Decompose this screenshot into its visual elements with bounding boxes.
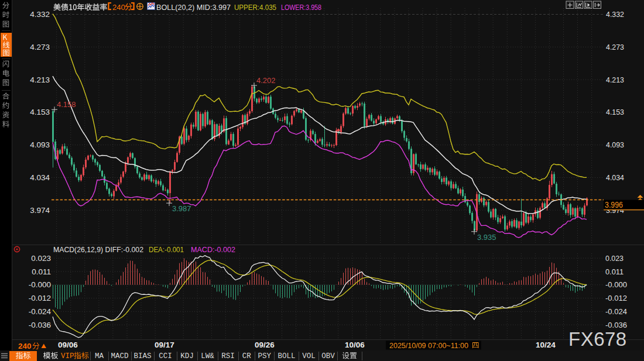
svg-text:0.011: 0.011: [32, 267, 51, 276]
svg-text:0.023: 0.023: [605, 254, 624, 263]
svg-text:3.935: 3.935: [477, 233, 496, 242]
svg-text:10/24: 10/24: [536, 341, 556, 349]
svg-text:4.093: 4.093: [606, 140, 624, 149]
svg-text:4.332: 4.332: [30, 10, 50, 19]
svg-text:4.213: 4.213: [30, 75, 50, 84]
svg-text:4.273: 4.273: [606, 43, 624, 51]
svg-text:BOLL: BOLL: [278, 352, 295, 360]
svg-text:-0.012: -0.012: [605, 294, 627, 302]
svg-text:MACD:-0.002: MACD:-0.002: [191, 245, 235, 254]
svg-text:2025/10/09 07:00~11:00: 2025/10/09 07:00~11:00: [389, 342, 468, 350]
svg-text:4.213: 4.213: [606, 75, 624, 84]
svg-text:3.996: 3.996: [605, 200, 623, 209]
svg-text:4.153: 4.153: [606, 108, 624, 116]
svg-text:FX678: FX678: [568, 328, 627, 350]
svg-text:UPPER:4.035: UPPER:4.035: [234, 3, 276, 12]
svg-text:10/06: 10/06: [345, 341, 365, 349]
svg-text:MACD: MACD: [111, 352, 128, 360]
svg-text:4.332: 4.332: [606, 10, 624, 19]
svg-text:3.974: 3.974: [30, 206, 50, 215]
svg-text:PSY: PSY: [258, 352, 272, 360]
svg-text:240: 240: [18, 342, 32, 350]
svg-text:09/06: 09/06: [58, 341, 78, 349]
svg-text:4.273: 4.273: [30, 43, 50, 51]
svg-text:4.202: 4.202: [256, 76, 276, 85]
svg-text:CR: CR: [242, 352, 252, 360]
svg-text:MACD(26,12,9) DIFF:-0.002: MACD(26,12,9) DIFF:-0.002: [53, 245, 143, 254]
svg-text:MA: MA: [95, 352, 104, 360]
svg-text:RSI: RSI: [221, 352, 235, 360]
svg-text:3.987: 3.987: [172, 204, 191, 213]
svg-text:-0.012: -0.012: [29, 294, 51, 302]
svg-text:OBV: OBV: [321, 352, 335, 360]
svg-text:KDJ: KDJ: [180, 352, 194, 360]
svg-text:4.158: 4.158: [57, 100, 76, 109]
svg-text:4.034: 4.034: [30, 173, 50, 182]
svg-text:09/17: 09/17: [155, 341, 174, 349]
svg-text:BOLL(20,2) MID:3.997: BOLL(20,2) MID:3.997: [156, 3, 231, 12]
svg-text:0.011: 0.011: [605, 267, 624, 276]
svg-text:09/26: 09/26: [255, 341, 275, 349]
svg-text:4.153: 4.153: [30, 108, 50, 116]
svg-text:VIP: VIP: [61, 352, 74, 360]
svg-text:DEA:-0.001: DEA:-0.001: [149, 245, 184, 254]
svg-text:-0.000: -0.000: [29, 280, 51, 289]
svg-text:0.023: 0.023: [31, 254, 51, 263]
svg-text:LOWER:3.958: LOWER:3.958: [281, 3, 321, 12]
svg-text:-0.000: -0.000: [605, 280, 627, 289]
svg-text:-0.024: -0.024: [29, 307, 52, 316]
svg-text:4.093: 4.093: [30, 140, 50, 149]
svg-text:CCI: CCI: [159, 352, 172, 360]
svg-text:4.034: 4.034: [606, 173, 624, 182]
svg-text:BIAS: BIAS: [133, 352, 151, 360]
svg-text:-0.036: -0.036: [29, 321, 51, 329]
svg-text:-0.024: -0.024: [605, 307, 627, 316]
svg-text:LW&: LW&: [201, 352, 214, 360]
svg-text:VOL: VOL: [302, 352, 316, 360]
svg-text:240: 240: [112, 3, 125, 12]
